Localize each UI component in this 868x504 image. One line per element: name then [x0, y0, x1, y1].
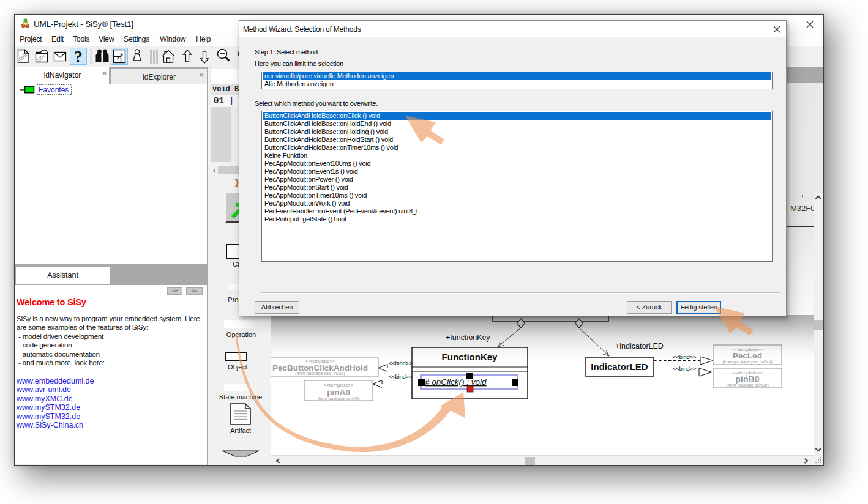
- svg-text:(from package pec_InOut): (from package pec_InOut): [295, 371, 345, 376]
- svg-text:<<bind>>: <<bind>>: [389, 373, 413, 380]
- svg-text:# onClick() : void: # onClick() : void: [425, 377, 487, 387]
- svg-text:(from package portA0): (from package portA0): [317, 396, 360, 401]
- svg-text:M32F0: M32F0: [790, 204, 814, 213]
- svg-text:<<template>>: <<template>>: [323, 382, 354, 388]
- svg-text:(from package portB0): (from package portB0): [726, 383, 769, 388]
- svg-text:IndicatorLED: IndicatorLED: [591, 361, 648, 372]
- svg-text:?: ?: [74, 48, 83, 66]
- svg-text:<<bind>>: <<bind>>: [673, 365, 697, 372]
